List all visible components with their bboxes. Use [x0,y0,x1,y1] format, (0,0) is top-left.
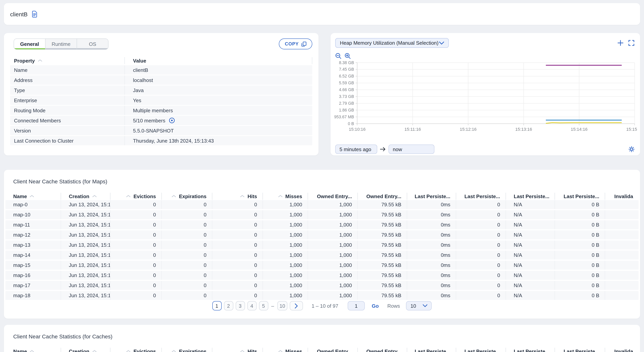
column-header-evictions[interactable]: Evictions [110,193,162,200]
column-header-last-persiste[interactable]: Last Persiste... [554,348,605,352]
cell: 0 [456,210,506,219]
column-header-owned-entry[interactable]: Owned Entry... [308,193,358,200]
cell: 0 [212,220,262,229]
zoom-in-icon[interactable] [344,53,351,59]
table-row: map-12Jun 13, 2024, 15:13:450001,0001,00… [6,230,638,239]
cell: 0 B [554,291,605,300]
plus-icon[interactable] [618,40,624,46]
cell: 0 [110,241,162,249]
property-value: Thursday, June 13th 2024, 15:13:43 [124,136,312,145]
cell: Jun 13, 2024, 15:13:45 [61,241,110,249]
column-header-last-persiste[interactable]: Last Persiste... [407,348,456,352]
column-header-name[interactable]: Name [6,193,61,200]
cell [605,220,638,229]
column-header-hits[interactable]: Hits [212,348,262,352]
column-header-owned-entry[interactable]: Owned Entry... [358,348,407,352]
cell: 1,000 [262,291,308,300]
page-button-1[interactable]: 1 [212,301,222,311]
cell: N/A [506,210,554,219]
column-header-creation[interactable]: Creation [61,348,110,352]
column-header-value[interactable]: Value [124,57,312,64]
cell: N/A [506,200,554,209]
tab-os[interactable]: OS [76,39,108,49]
rows-per-page-select[interactable]: 10 [406,301,432,311]
arrow-right-icon [380,147,386,152]
column-header-invalida[interactable]: Invalida [605,348,638,352]
eye-icon[interactable] [169,117,175,124]
cell: 1,000 [262,220,308,229]
cell: map-12 [6,230,61,239]
column-header-owned-entry[interactable]: Owned Entry... [358,193,407,200]
column-header-creation[interactable]: Creation [61,193,110,200]
next-page-button[interactable] [290,301,303,311]
column-header-last-persiste[interactable]: Last Persiste... [554,193,605,200]
time-from-input[interactable]: 5 minutes ago [335,145,377,154]
sort-caret-icon [240,195,245,197]
cell: map-17 [6,281,61,290]
cell: 0 [212,200,262,209]
maps-table-header: NameCreationEvictionsExpirationsHitsMiss… [6,192,638,200]
fullscreen-icon[interactable] [628,40,634,46]
column-header-last-persiste[interactable]: Last Persiste... [407,193,456,200]
copy-button[interactable]: COPY [279,38,312,49]
zoom-out-icon[interactable] [335,53,342,59]
table-row: map-17Jun 13, 2024, 15:13:450001,0001,00… [6,281,638,290]
sort-caret-icon [92,350,97,352]
cell: 0 [212,261,262,270]
column-header-last-persiste[interactable]: Last Persiste... [456,348,506,352]
cell: 0 B [554,210,605,219]
cell: 0 [456,251,506,260]
column-header-expirations[interactable]: Expirations [162,193,212,200]
column-header-expirations[interactable]: Expirations [162,348,212,352]
svg-text:6.52 GB: 6.52 GB [339,74,354,78]
cell: 0 B [554,220,605,229]
column-header-evictions[interactable]: Evictions [110,348,162,352]
gear-icon[interactable] [628,146,635,152]
property-row: Type Java [10,85,312,95]
tab-general[interactable]: General [14,39,45,49]
sort-caret-icon [126,195,131,197]
cell: 0 B [554,241,605,249]
page-button-2[interactable]: 2 [224,301,233,311]
cell [605,210,638,219]
client-detail-page: clientB GeneralRuntimeOS COPY Propert [0,0,644,352]
column-header-misses[interactable]: Misses [262,193,308,200]
column-header-invalida[interactable]: Invalida [605,193,638,200]
property-row: Enterprise Yes [10,96,312,105]
cell: 0ms [407,281,456,290]
cell: 0 [212,230,262,239]
property-value: Multiple members [124,106,312,115]
column-header-owned-entry[interactable]: Owned Entry... [308,348,358,352]
cell: map-18 [6,291,61,300]
go-button[interactable]: Go [372,303,379,309]
page-number-input[interactable]: 1 [348,301,365,311]
cell: 1,000 [262,210,308,219]
column-header-property[interactable]: Property [10,58,124,63]
property-name: Type [10,87,124,93]
page-button-3[interactable]: 3 [236,301,245,311]
document-icon[interactable] [32,10,38,18]
cell: 0 [110,251,162,260]
column-header-hits[interactable]: Hits [212,193,262,200]
tab-runtime[interactable]: Runtime [45,39,76,49]
cell: 79.55 kB [358,261,407,270]
metric-selector[interactable]: Heap Memory Utilization (Manual Selectio… [335,38,449,48]
cell: 1,000 [308,241,358,249]
cell: 1,000 [262,261,308,270]
time-to-input[interactable]: now [388,145,434,154]
cell: 0ms [407,200,456,209]
cell: 0 [110,271,162,280]
cell: 0 [456,281,506,290]
page-button-5[interactable]: 5 [259,301,268,311]
column-header-misses[interactable]: Misses [262,348,308,352]
column-header-name[interactable]: Name [6,348,61,352]
column-header-last-persiste[interactable]: Last Persiste... [456,193,506,200]
page-button-10[interactable]: 10 [277,301,288,311]
property-row: Connected Members 5/10 members [10,116,312,125]
column-header-last-persiste[interactable]: Last Persiste... [506,348,554,352]
page-button-4[interactable]: 4 [247,301,256,311]
page-gap: – [271,303,274,309]
column-header-last-persiste[interactable]: Last Persiste... [506,193,554,200]
cell: N/A [506,291,554,300]
cell: 79.55 kB [358,241,407,249]
